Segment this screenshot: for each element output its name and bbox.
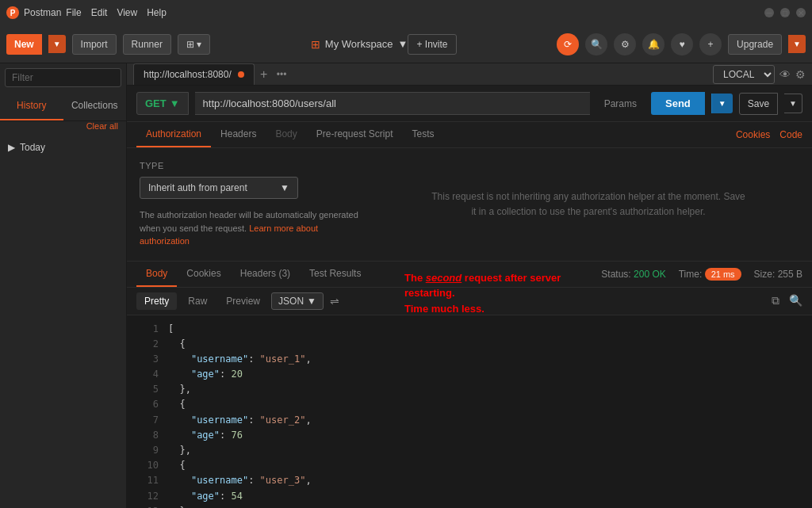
today-header[interactable]: ▶ Today [8, 139, 118, 156]
format-chevron-icon: ▼ [307, 296, 316, 307]
fmt-pretty[interactable]: Pretty [136, 292, 177, 310]
titlebar-left: P Postman File Edit View Help [6, 6, 167, 19]
request-bar: GET ▼ Params Send ▼ Save ▼ [127, 86, 812, 122]
environment-select[interactable]: LOCAL [713, 65, 775, 84]
tab-collections[interactable]: Collections [63, 92, 127, 120]
response-wrapper: The second request after server restarti… [127, 261, 812, 509]
fmt-raw[interactable]: Raw [180, 292, 215, 310]
heart-icon[interactable]: ♥ [671, 33, 693, 55]
tab-more-button[interactable]: ••• [274, 69, 290, 80]
menu-edit[interactable]: Edit [91, 7, 108, 18]
code-link[interactable]: Code [779, 129, 802, 140]
status-label: Status: 200 OK [601, 269, 665, 280]
time-value: 21 ms [705, 268, 741, 281]
copy-icon[interactable]: ⧉ [772, 294, 779, 307]
close-button[interactable]: ✕ [796, 8, 806, 17]
filter-input[interactable] [5, 68, 121, 87]
send-chevron-button[interactable]: ▼ [711, 94, 733, 113]
save-chevron-button[interactable]: ▼ [784, 94, 802, 113]
runner-button[interactable]: Runner [123, 34, 171, 55]
settings-icon[interactable]: ⚙ [614, 33, 636, 55]
fmt-preview[interactable]: Preview [218, 292, 268, 310]
resp-tab-headers[interactable]: Headers (3) [231, 262, 300, 287]
clear-all-button[interactable]: Clear all [0, 121, 126, 134]
tab-pre-request[interactable]: Pre-request Script [307, 122, 403, 147]
minimize-button[interactable]: ─ [764, 8, 774, 17]
menu-file[interactable]: File [66, 7, 81, 18]
gear-icon[interactable]: ⚙ [795, 68, 806, 81]
auth-type-select[interactable]: Inherit auth from parent ▼ [140, 177, 298, 199]
cookies-link[interactable]: Cookies [736, 129, 770, 140]
toolbar-right: ⟳ 🔍 ⚙ 🔔 ♥ + Upgrade ▼ [557, 33, 806, 55]
sidebar-section-today: ▶ Today [0, 134, 126, 161]
params-button[interactable]: Params [596, 94, 645, 114]
upgrade-chevron[interactable]: ▼ [788, 35, 806, 53]
invite-button[interactable]: + Invite [408, 34, 456, 55]
new-button[interactable]: New [6, 34, 42, 55]
auth-message: This request is not inheriting any autho… [430, 189, 747, 220]
postman-icon: P [6, 6, 19, 19]
sidebar-tabs: History Collections [0, 92, 126, 121]
eye-icon[interactable]: 👁 [779, 68, 791, 81]
format-select[interactable]: JSON ▼ [271, 292, 324, 310]
upgrade-button[interactable]: Upgrade [728, 34, 782, 55]
annotation-text-2: restarting. [404, 287, 455, 299]
json-line-2: 2 { [136, 337, 802, 352]
format-right-icons: ⧉ 🔍 [768, 294, 802, 307]
auth-description: The authorization header will be automat… [140, 208, 362, 248]
resp-tab-test-results[interactable]: Test Results [300, 262, 370, 287]
auth-type-label: TYPE [140, 161, 362, 170]
menu-view[interactable]: View [117, 7, 137, 18]
tab-history[interactable]: History [0, 92, 63, 120]
url-input[interactable] [195, 92, 590, 115]
json-line-13: 13 }, [136, 504, 802, 508]
sidebar: History Collections Clear all ▶ Today [0, 63, 127, 508]
search-icon[interactable]: 🔍 [585, 33, 607, 55]
request-tab[interactable]: http://localhost:8080/ [133, 63, 255, 85]
search-icon[interactable]: 🔍 [789, 294, 802, 307]
method-select[interactable]: GET ▼ [136, 92, 189, 115]
json-line-3: 3 "username": "user_1", [136, 352, 802, 367]
app-title: Postman [24, 7, 61, 18]
workspace-icon: ⊞ [311, 38, 320, 51]
layout-button[interactable]: ⊞ ▾ [178, 34, 210, 55]
add-icon[interactable]: + [699, 33, 722, 55]
tab-authorization[interactable]: Authorization [136, 122, 211, 147]
workspace-chevron: ▼ [398, 38, 408, 50]
time-label: Time: 21 ms [679, 269, 741, 280]
tab-body[interactable]: Body [266, 122, 306, 147]
new-chevron-button[interactable]: ▼ [48, 35, 66, 53]
annotation-italic: second [426, 272, 462, 284]
toolbar: New ▼ Import Runner ⊞ ▾ ⊞ My Workspace ▼… [0, 25, 812, 63]
tab-tests[interactable]: Tests [402, 122, 443, 147]
maximize-button[interactable]: □ [780, 8, 790, 17]
workspace-button[interactable]: ⊞ My Workspace ▼ [311, 38, 408, 51]
wrap-icon[interactable]: ⇌ [330, 295, 339, 307]
tab-bar: http://localhost:8080/ + ••• LOCAL 👁 ⚙ [127, 63, 812, 86]
notification-icon[interactable]: 🔔 [642, 33, 665, 55]
import-button[interactable]: Import [72, 34, 117, 55]
method-label: GET [145, 97, 167, 109]
response-status-bar: Status: 200 OK Time: 21 ms Size: 255 B [601, 269, 802, 280]
menu-help[interactable]: Help [147, 7, 167, 18]
status-value: 200 OK [634, 269, 666, 280]
env-icons: 👁 ⚙ [779, 68, 806, 81]
add-tab-button[interactable]: + [255, 65, 274, 84]
auth-left: TYPE Inherit auth from parent ▼ The auth… [140, 161, 362, 248]
chevron-right-icon: ▶ [8, 142, 15, 153]
tab-right: Cookies Code [736, 129, 802, 140]
sync-icon[interactable]: ⟳ [557, 33, 579, 55]
resp-tab-body[interactable]: Body [136, 262, 177, 287]
today-label: Today [20, 142, 45, 153]
json-line-12: 12 "age": 54 [136, 489, 802, 504]
json-line-9: 9 }, [136, 443, 802, 458]
tab-headers[interactable]: Headers [211, 122, 266, 147]
save-button[interactable]: Save [739, 93, 778, 115]
content-area: http://localhost:8080/ + ••• LOCAL 👁 ⚙ G… [127, 63, 812, 508]
resp-tab-cookies[interactable]: Cookies [177, 262, 230, 287]
json-line-5: 5 }, [136, 382, 802, 397]
send-button[interactable]: Send [651, 92, 705, 115]
json-line-11: 11 "username": "user_3", [136, 473, 802, 488]
json-line-10: 10 { [136, 458, 802, 473]
window-controls: ─ □ ✕ [764, 8, 806, 17]
